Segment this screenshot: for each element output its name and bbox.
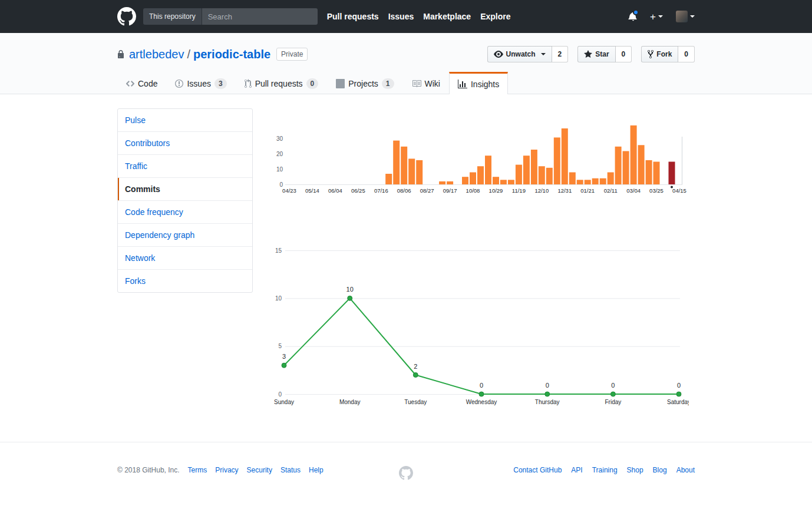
tab-issues[interactable]: Issues3 <box>166 72 235 94</box>
repo-name-link[interactable]: periodic-table <box>193 47 270 62</box>
x-tick-label: 03/25 <box>649 187 664 194</box>
week-bar[interactable] <box>615 147 622 184</box>
tab-label: Code <box>138 79 157 88</box>
footer-link-help[interactable]: Help <box>309 466 324 474</box>
github-logo-footer[interactable] <box>399 466 413 480</box>
tab-code[interactable]: Code <box>117 72 166 94</box>
week-bar[interactable] <box>585 180 591 184</box>
sidebar-item-forks[interactable]: Forks <box>118 270 252 292</box>
week-bar[interactable] <box>638 145 645 184</box>
star-group: Star 0 <box>577 46 632 62</box>
week-bar[interactable] <box>416 160 422 184</box>
week-bar[interactable] <box>623 151 629 185</box>
week-bar[interactable] <box>631 125 637 184</box>
y-tick-label: 0 <box>278 391 282 398</box>
tab-label: Insights <box>471 80 499 89</box>
week-bar[interactable] <box>554 137 560 184</box>
week-bar[interactable] <box>439 181 445 184</box>
week-bar[interactable] <box>500 180 507 184</box>
x-tick-label: 07/16 <box>374 187 388 194</box>
y-tick-label: 0 <box>279 181 283 188</box>
nav-link-issues[interactable]: Issues <box>388 12 414 21</box>
create-new-button[interactable]: + <box>650 12 663 22</box>
tab-wiki[interactable]: Wiki <box>403 72 449 94</box>
private-badge: Private <box>276 48 308 61</box>
week-bar[interactable] <box>600 178 606 184</box>
selected-week-bar[interactable] <box>669 162 675 185</box>
forks-count[interactable]: 0 <box>678 46 695 62</box>
unwatch-button[interactable]: Unwatch <box>487 46 552 62</box>
week-bar[interactable] <box>531 150 537 184</box>
week-bar[interactable] <box>608 173 614 185</box>
footer-link-privacy[interactable]: Privacy <box>215 466 238 474</box>
week-bar[interactable] <box>385 174 392 184</box>
footer-link-status[interactable]: Status <box>280 466 301 474</box>
sidebar-item-traffic[interactable]: Traffic <box>118 155 252 178</box>
search-scope-button[interactable]: This repository <box>143 8 202 25</box>
commits-line <box>284 298 679 394</box>
point-value-label: 10 <box>346 286 354 293</box>
week-bar[interactable] <box>408 158 415 184</box>
fork-button[interactable]: Fork <box>641 46 678 62</box>
x-tick-label: 05/14 <box>305 187 319 194</box>
week-bar[interactable] <box>401 147 407 184</box>
sidebar-item-contributors[interactable]: Contributors <box>118 132 252 155</box>
week-bar[interactable] <box>569 173 576 185</box>
tab-insights[interactable]: Insights <box>449 72 508 94</box>
x-tick-label: 12/31 <box>557 187 572 194</box>
footer-link-contact-github[interactable]: Contact GitHub <box>513 466 562 474</box>
path-separator: / <box>187 47 190 62</box>
week-bar[interactable] <box>485 156 491 184</box>
tab-pull-requests[interactable]: Pull requests0 <box>236 72 328 94</box>
x-tick-label: 04/23 <box>282 187 296 194</box>
notifications-button[interactable] <box>628 12 637 21</box>
tab-counter: 0 <box>306 78 319 89</box>
week-bar[interactable] <box>653 162 660 185</box>
footer-link-api[interactable]: API <box>571 466 582 474</box>
day-point <box>610 392 615 396</box>
week-bar[interactable] <box>523 156 530 184</box>
repo-fork-icon <box>648 49 653 59</box>
footer-link-shop[interactable]: Shop <box>627 466 643 474</box>
github-mark-icon <box>117 7 136 26</box>
footer-link-training[interactable]: Training <box>592 466 618 474</box>
nav-link-explore[interactable]: Explore <box>480 12 510 21</box>
footer-link-security[interactable]: Security <box>247 466 272 474</box>
week-bar[interactable] <box>577 180 583 184</box>
github-logo[interactable] <box>117 7 136 26</box>
repo-owner-link[interactable]: artlebedev <box>129 47 184 62</box>
week-bar[interactable] <box>393 141 400 184</box>
sidebar-item-dependency-graph[interactable]: Dependency graph <box>118 224 252 247</box>
nav-link-marketplace[interactable]: Marketplace <box>423 12 471 21</box>
sidebar-item-pulse[interactable]: Pulse <box>118 109 252 132</box>
tab-projects[interactable]: Projects1 <box>327 72 402 94</box>
star-button[interactable]: Star <box>577 46 615 62</box>
footer-link-terms[interactable]: Terms <box>188 466 207 474</box>
daily-commits-svg: 0510153Sunday10Monday2Tuesday0Wednesday0… <box>268 236 689 412</box>
footer-link-blog[interactable]: Blog <box>653 466 667 474</box>
stargazers-count[interactable]: 0 <box>616 46 632 62</box>
footer-link-about[interactable]: About <box>676 466 695 474</box>
week-bar[interactable] <box>447 181 453 184</box>
week-bar[interactable] <box>470 173 476 185</box>
week-bar[interactable] <box>493 177 499 184</box>
week-bar[interactable] <box>539 166 545 184</box>
search-input[interactable] <box>202 8 318 25</box>
watchers-count[interactable]: 2 <box>552 46 569 62</box>
week-bar[interactable] <box>508 180 514 184</box>
x-tick-label: 09/17 <box>443 187 457 194</box>
sidebar-item-code-frequency[interactable]: Code frequency <box>118 201 252 224</box>
week-bar[interactable] <box>462 177 468 184</box>
week-bar[interactable] <box>592 178 599 184</box>
nav-link-pull-requests[interactable]: Pull requests <box>327 12 379 21</box>
week-bar[interactable] <box>516 165 522 184</box>
week-bar[interactable] <box>562 128 568 184</box>
week-bar[interactable] <box>477 166 484 184</box>
sidebar-item-network[interactable]: Network <box>118 247 252 270</box>
sidebar-item-commits[interactable]: Commits <box>118 178 252 201</box>
week-bar[interactable] <box>546 168 553 184</box>
week-bar[interactable] <box>646 160 652 184</box>
watch-group: Unwatch 2 <box>487 46 569 62</box>
user-menu-button[interactable] <box>676 11 695 22</box>
x-tick-label: 08/27 <box>420 187 434 194</box>
